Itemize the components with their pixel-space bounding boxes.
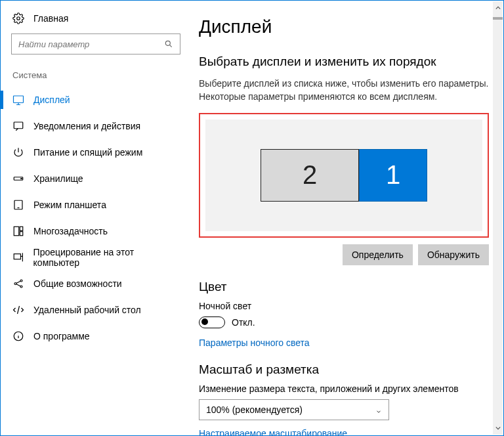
multitask-icon <box>12 225 24 237</box>
sidebar-item-label: Общие возможности <box>33 278 122 289</box>
chat-icon <box>12 120 24 132</box>
sidebar: Главная Система Дисплей Уведомления и де… <box>1 1 191 435</box>
scrollbar[interactable] <box>493 1 503 435</box>
section-color: Цвет <box>199 280 489 294</box>
scroll-down-button[interactable] <box>493 423 503 433</box>
nightlight-toggle[interactable] <box>199 316 225 328</box>
display-box-2[interactable]: 2 <box>261 149 359 202</box>
shared-icon <box>12 278 24 290</box>
custom-scaling-link[interactable]: Настраиваемое масштабирование <box>199 428 489 435</box>
section-select-displays: Выбрать дисплеи и изменить их порядок <box>199 54 489 69</box>
display-arrangement[interactable]: 2 1 <box>205 120 482 231</box>
tablet-icon <box>12 199 24 211</box>
search-input[interactable] <box>18 39 164 49</box>
sidebar-item-remote[interactable]: Удаленный рабочий стол <box>1 297 191 323</box>
scale-dropdown-value: 100% (рекомендуется) <box>206 404 303 415</box>
search-icon <box>164 39 173 49</box>
sidebar-home[interactable]: Главная <box>1 12 191 33</box>
detect-button[interactable]: Обнаружить <box>418 244 489 265</box>
sidebar-group-label: Система <box>1 70 191 87</box>
sidebar-item-multitask[interactable]: Многозадачность <box>1 218 191 244</box>
display-icon <box>12 94 24 106</box>
svg-point-0 <box>17 17 20 20</box>
svg-point-13 <box>20 286 22 288</box>
identify-button[interactable]: Определить <box>343 244 413 265</box>
section-scale: Масштаб и разметка <box>199 362 489 377</box>
svg-point-5 <box>21 178 22 179</box>
svg-rect-8 <box>20 227 23 230</box>
svg-point-12 <box>20 280 22 282</box>
nightlight-settings-link[interactable]: Параметры ночного света <box>199 338 489 348</box>
power-icon <box>12 146 24 158</box>
sidebar-home-label: Главная <box>33 13 68 24</box>
scroll-thumb[interactable] <box>493 17 503 20</box>
page-title: Дисплей <box>199 16 489 37</box>
nightlight-label: Ночной свет <box>199 301 489 311</box>
chevron-down-icon <box>375 406 382 413</box>
sidebar-item-label: Многозадачность <box>33 226 108 236</box>
sidebar-item-label: Дисплей <box>33 95 70 105</box>
svg-rect-10 <box>14 254 20 259</box>
svg-rect-9 <box>20 232 23 236</box>
sidebar-item-projecting[interactable]: Проецирование на этот компьютер <box>1 244 191 271</box>
sidebar-item-label: Питание и спящий режим <box>33 147 142 158</box>
display-box-1[interactable]: 1 <box>359 149 427 202</box>
search-box[interactable] <box>11 33 180 54</box>
scroll-up-button[interactable] <box>493 3 503 13</box>
gear-icon <box>12 12 24 24</box>
svg-rect-3 <box>14 122 23 129</box>
remote-icon <box>12 304 24 316</box>
scale-label: Изменение размера текста, приложений и д… <box>199 383 489 394</box>
sidebar-item-notifications[interactable]: Уведомления и действия <box>1 113 191 139</box>
svg-rect-2 <box>14 96 24 103</box>
sidebar-item-label: Хранилище <box>33 173 83 184</box>
storage-icon <box>12 173 24 185</box>
sidebar-item-label: Проецирование на этот компьютер <box>33 247 179 268</box>
sidebar-item-shared[interactable]: Общие возможности <box>1 271 191 297</box>
sidebar-item-storage[interactable]: Хранилище <box>1 165 191 192</box>
select-displays-hint: Выберите дисплей из списка ниже, чтобы и… <box>199 77 489 104</box>
sidebar-item-label: Режим планшета <box>33 200 106 210</box>
svg-rect-7 <box>14 227 19 236</box>
main-content: Дисплей Выбрать дисплеи и изменить их по… <box>191 1 503 435</box>
sidebar-item-label: Удаленный рабочий стол <box>33 305 141 315</box>
nightlight-state: Откл. <box>232 317 255 328</box>
sidebar-item-label: О программе <box>33 331 90 341</box>
scale-dropdown[interactable]: 100% (рекомендуется) <box>199 399 389 420</box>
display-picker-highlight: 2 1 <box>199 113 489 238</box>
sidebar-item-about[interactable]: О программе <box>1 323 191 349</box>
sidebar-item-power[interactable]: Питание и спящий режим <box>1 139 191 165</box>
sidebar-item-tablet[interactable]: Режим планшета <box>1 192 191 218</box>
svg-point-11 <box>14 283 16 285</box>
project-icon <box>12 251 24 263</box>
sidebar-item-display[interactable]: Дисплей <box>1 87 191 113</box>
sidebar-item-label: Уведомления и действия <box>33 121 140 131</box>
info-icon <box>12 330 24 342</box>
